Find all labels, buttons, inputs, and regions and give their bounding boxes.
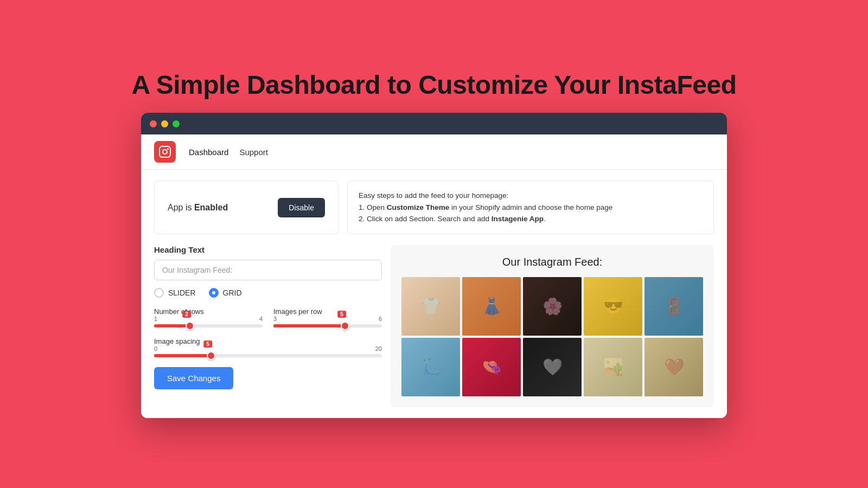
rows-slider-fill <box>154 324 190 328</box>
nav-bar: Dashboard Support <box>141 134 727 170</box>
rows-slider-label: Number of rows <box>154 307 263 316</box>
svg-point-2 <box>167 148 169 150</box>
grid-radio[interactable] <box>209 288 219 298</box>
settings-preview-row: Heading Text SLIDER GRID <box>154 245 714 407</box>
traffic-light-red[interactable] <box>150 120 157 127</box>
page-title: A Simple Dashboard to Customize Your Ins… <box>132 70 737 100</box>
images-per-row-fill <box>273 324 345 328</box>
browser-titlebar <box>141 113 727 134</box>
image-spacing-label: Image spacing <box>154 337 382 345</box>
image-spacing-max: 20 <box>375 345 382 352</box>
images-per-row-value: 5 <box>337 311 346 318</box>
layout-option-grid[interactable]: GRID <box>209 288 242 298</box>
app-status-card: App is Enabled Disable <box>154 181 339 234</box>
grid-image-3: 🌸 <box>523 277 582 336</box>
traffic-light-green[interactable] <box>173 120 180 127</box>
image-spacing-marks: 0 20 <box>154 345 382 352</box>
nav-links: Dashboard Support <box>189 145 268 159</box>
images-per-row-track[interactable]: 5 <box>273 324 382 328</box>
images-per-row-max: 6 <box>379 316 382 322</box>
rows-slider-marks: 1 4 <box>154 316 263 322</box>
image-spacing-track[interactable]: 5 <box>154 354 382 357</box>
grid-image-1: 👕 <box>401 277 460 336</box>
slider-label: SLIDER <box>168 288 196 297</box>
app-logo <box>154 141 176 163</box>
layout-option-slider[interactable]: SLIDER <box>154 288 196 298</box>
image-spacing-fill <box>154 354 211 357</box>
preview-feed-title: Our Instagram Feed: <box>401 256 703 268</box>
image-spacing-thumb[interactable]: 5 <box>207 351 215 360</box>
grid-image-8: 🤍 <box>523 338 582 396</box>
app-status-row: App is Enabled Disable Easy steps to add… <box>154 181 714 234</box>
instructions-step2: 2. Click on add Section. Search and add … <box>359 213 703 225</box>
main-content: App is Enabled Disable Easy steps to add… <box>141 170 727 418</box>
image-spacing-min: 0 <box>154 345 157 352</box>
rows-slider-track[interactable]: 2 <box>154 324 263 328</box>
images-per-row-thumb[interactable]: 5 <box>341 322 349 330</box>
grid-image-2: 👗 <box>462 277 521 336</box>
rows-slider-thumb[interactable]: 2 <box>186 322 194 330</box>
nav-link-dashboard[interactable]: Dashboard <box>189 145 228 159</box>
images-per-row-min: 3 <box>273 316 277 322</box>
app-status-value: Enabled <box>194 203 228 212</box>
preview-panel: Our Instagram Feed: 👕 👗 🌸 <box>391 245 714 407</box>
images-per-row-slider-container: Images per row 3 6 5 <box>273 307 382 329</box>
image-spacing-slider-container: Image spacing 0 20 5 <box>154 337 382 357</box>
settings-panel: Heading Text SLIDER GRID <box>154 245 382 407</box>
instructions-step1: 1. Open Customize Theme in your Shopify … <box>359 202 703 214</box>
heading-section-title: Heading Text <box>154 245 382 254</box>
rows-slider-value: 2 <box>182 311 191 318</box>
grid-image-9: 🏜️ <box>584 338 642 396</box>
grid-image-6: 🛴 <box>401 338 460 396</box>
grid-label: GRID <box>223 288 242 297</box>
images-per-row-label: Images per row <box>273 307 382 316</box>
save-changes-button[interactable]: Save Changes <box>154 367 233 389</box>
nav-link-support[interactable]: Support <box>239 145 268 159</box>
slider-radio[interactable] <box>154 288 164 298</box>
layout-options: SLIDER GRID <box>154 288 382 298</box>
images-per-row-marks: 3 6 <box>273 316 382 322</box>
image-spacing-value: 5 <box>203 341 212 348</box>
heading-input[interactable] <box>154 260 382 280</box>
svg-rect-0 <box>159 146 170 157</box>
app-status-text: App is Enabled <box>168 203 228 213</box>
svg-point-1 <box>163 150 167 154</box>
browser-window: Dashboard Support App is Enabled Disable… <box>141 113 727 418</box>
rows-max: 4 <box>259 316 263 322</box>
instructions-card: Easy steps to add the feed to your homep… <box>347 181 714 234</box>
instructions-title: Easy steps to add the feed to your homep… <box>359 190 703 202</box>
grid-image-7: 👒 <box>462 338 521 396</box>
disable-button[interactable]: Disable <box>278 198 325 217</box>
rows-slider-container: Number of rows 1 4 2 <box>154 307 263 329</box>
browser-content: Dashboard Support App is Enabled Disable… <box>141 134 727 418</box>
grid-image-10: 🤎 <box>644 338 703 396</box>
grid-image-4: 😎 <box>584 277 642 336</box>
instagram-grid: 👕 👗 🌸 😎 🚪 <box>401 277 703 396</box>
sliders-row: Number of rows 1 4 2 <box>154 307 382 329</box>
traffic-light-yellow[interactable] <box>161 120 168 127</box>
rows-min: 1 <box>154 316 157 322</box>
grid-image-5: 🚪 <box>644 277 703 336</box>
